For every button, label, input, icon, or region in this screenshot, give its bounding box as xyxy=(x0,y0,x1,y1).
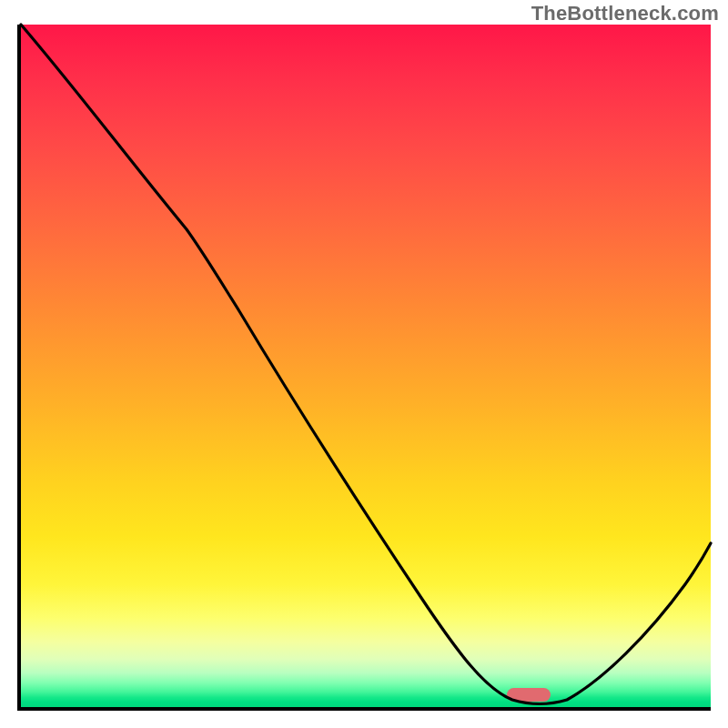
attribution-label: TheBottleneck.com xyxy=(531,2,719,25)
chart-frame: TheBottleneck.com xyxy=(0,0,728,728)
plot-area xyxy=(17,25,711,711)
curve-path xyxy=(21,25,711,704)
bottleneck-curve xyxy=(21,25,711,707)
